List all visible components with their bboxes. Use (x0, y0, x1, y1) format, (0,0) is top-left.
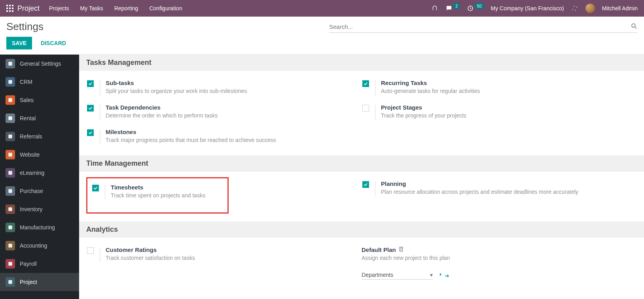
sidebar-label: Referrals (20, 133, 42, 140)
svg-rect-23 (8, 262, 12, 265)
svg-rect-12 (8, 62, 12, 65)
messages-icon[interactable]: 2 (445, 5, 460, 12)
svg-rect-3 (6, 8, 8, 9)
sidebar-item-inventory[interactable]: Inventory (0, 200, 79, 218)
sidebar-item-elearning[interactable]: eLearning (0, 164, 79, 182)
section-header-time: Time Management (79, 155, 644, 172)
svg-rect-17 (8, 153, 12, 156)
sidebar-item-accounting[interactable]: Accounting (0, 237, 79, 255)
svg-rect-7 (9, 10, 11, 12)
sidebar-item-sales[interactable]: Sales (0, 91, 79, 109)
payroll-icon (6, 259, 15, 269)
search-box[interactable] (329, 21, 638, 33)
sidebar-item-website[interactable]: Website (0, 146, 79, 164)
default-plan-title: Default Plan (362, 246, 629, 253)
settings-content: Tasks Management Sub-tasksSplit your tas… (79, 55, 644, 299)
company-selector[interactable]: My Company (San Francisco) (491, 5, 564, 11)
sidebar-item-payroll[interactable]: Payroll (0, 255, 79, 273)
checkbox[interactable] (362, 181, 369, 188)
svg-rect-20 (8, 207, 12, 211)
sidebar-item-general-settings[interactable]: General Settings (0, 55, 79, 73)
activities-icon[interactable]: 50 (467, 5, 483, 12)
setting-desc: Track time spent on projects and tasks (111, 192, 224, 199)
save-button[interactable]: SAVE (6, 37, 32, 49)
sidebar-label: Website (20, 151, 40, 158)
website-icon (6, 150, 15, 159)
setting-time-left-0: TimesheetsTrack time spent on projects a… (87, 182, 227, 203)
nav-configuration[interactable]: Configuration (149, 5, 182, 11)
accounting-icon (6, 241, 15, 250)
setting-title: Sub-tasks (106, 79, 354, 86)
checkbox[interactable] (87, 247, 94, 254)
checkbox[interactable] (362, 105, 369, 112)
control-panel: Settings SAVE DISCARD (0, 17, 644, 55)
default-plan-desc: Assign each new project to this plan (362, 255, 629, 261)
sidebar-label: Rental (20, 115, 36, 121)
setting-tasks-right-0: Recurring TasksAuto-generate tasks for r… (362, 74, 629, 98)
setting-desc: Track the progress of your projects (381, 112, 629, 119)
building-icon (398, 246, 404, 253)
timesheets-highlight: TimesheetsTrack time spent on projects a… (86, 177, 229, 214)
external-link-icon[interactable]: ➔ (437, 271, 449, 279)
sidebar-label: Accounting (20, 242, 47, 249)
sidebar-item-purchase[interactable]: Purchase (0, 182, 79, 200)
sidebar-label: Manufacturing (20, 224, 55, 231)
search-icon[interactable] (631, 23, 638, 31)
setting-tasks-left-1: Task DependenciesDetermine the order in … (86, 98, 354, 123)
rental-icon (6, 114, 15, 123)
project-icon (6, 277, 15, 287)
nav-projects[interactable]: Projects (49, 5, 69, 11)
settings-sidebar: General SettingsCRMSalesRentalReferralsW… (0, 55, 79, 299)
svg-rect-24 (8, 280, 12, 284)
sidebar-label: General Settings (20, 61, 61, 67)
nav-reporting[interactable]: Reporting (114, 5, 138, 11)
debug-icon[interactable] (571, 5, 578, 12)
setting-tasks-left-2: MilestonesTrack major progress points th… (86, 123, 354, 148)
sidebar-label: CRM (20, 79, 32, 85)
setting-desc: Auto-generate tasks for regular activiti… (381, 88, 629, 94)
voip-icon[interactable] (431, 5, 438, 12)
svg-rect-22 (8, 244, 12, 247)
user-menu[interactable]: Mitchell Admin (602, 5, 638, 11)
main: General SettingsCRMSalesRentalReferralsW… (0, 55, 644, 299)
sidebar-label: Sales (20, 97, 34, 103)
setting-desc: Split your tasks to organize your work i… (106, 88, 354, 94)
discard-button[interactable]: DISCARD (37, 37, 70, 49)
general-settings-icon (6, 59, 15, 68)
setting-desc: Track major progress points that must be… (106, 137, 354, 143)
sidebar-item-referrals[interactable]: Referrals (0, 127, 79, 146)
search-input[interactable] (329, 23, 631, 30)
checkbox[interactable] (87, 80, 94, 87)
navbar: Project Projects My Tasks Reporting Conf… (0, 0, 644, 17)
sidebar-item-rental[interactable]: Rental (0, 109, 79, 127)
crm-icon (6, 77, 15, 87)
checkbox[interactable] (87, 129, 94, 136)
svg-rect-4 (9, 8, 11, 9)
avatar[interactable] (585, 4, 595, 13)
sidebar-item-project[interactable]: Project (0, 273, 79, 291)
checkbox[interactable] (92, 185, 99, 191)
nav-brand[interactable]: Project (17, 4, 40, 13)
sidebar-item-manufacturing[interactable]: Manufacturing (0, 218, 79, 237)
svg-rect-15 (8, 116, 12, 120)
checkbox[interactable] (362, 80, 369, 87)
svg-rect-1 (9, 5, 11, 6)
sidebar-item-crm[interactable]: CRM (0, 73, 79, 91)
svg-rect-14 (8, 98, 12, 102)
sidebar-label: Payroll (20, 261, 37, 267)
default-plan-value: Departments (362, 272, 393, 278)
svg-rect-21 (8, 225, 12, 229)
checkbox[interactable] (87, 105, 94, 112)
manufacturing-icon (6, 223, 15, 232)
nav-menu: Projects My Tasks Reporting Configuratio… (49, 5, 182, 11)
apps-icon[interactable] (6, 5, 13, 12)
messages-badge: 2 (453, 3, 460, 9)
setting-title: Timesheets (111, 184, 224, 191)
purchase-icon (6, 186, 15, 196)
section-header-analytics: Analytics (79, 221, 644, 238)
default-plan-select[interactable]: Departments ▾ (362, 271, 433, 280)
setting-desc: Determine the order in which to perform … (106, 112, 354, 119)
nav-my-tasks[interactable]: My Tasks (80, 5, 103, 11)
svg-rect-18 (8, 171, 12, 174)
svg-rect-13 (8, 80, 12, 83)
